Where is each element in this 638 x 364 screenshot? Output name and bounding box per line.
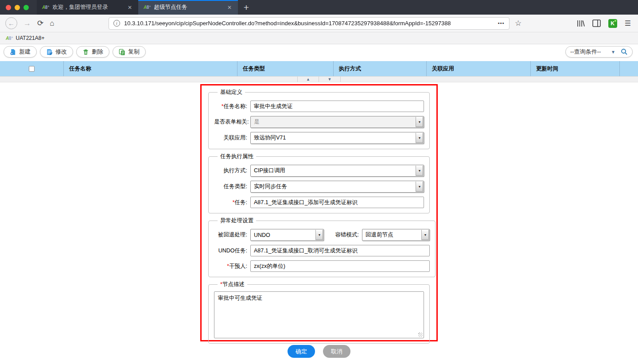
window-controls (0, 0, 37, 15)
tab-bar: A8⁺ 欢迎，集团管理员登录 ✕ A8⁺ 超级节点任务 ✕ + (0, 0, 638, 15)
task-type-label: 任务类型: (214, 183, 250, 190)
button-label: 复制 (128, 48, 140, 56)
a8-favicon: A8⁺ (6, 36, 13, 41)
panel-splitter[interactable]: ▲ ▼ (0, 76, 638, 82)
dropdown-arrow-icon[interactable]: ▼ (421, 230, 429, 240)
bookmark-item-uat221a8[interactable]: A8⁺ UAT221A8+ (6, 35, 44, 41)
nav-right-icons: K ☰ (576, 19, 634, 28)
ok-button[interactable]: 确定 (288, 345, 315, 358)
new-tab-button[interactable]: + (238, 0, 255, 15)
form-row-intervener: *干预人: (214, 260, 430, 272)
trash-icon (82, 49, 89, 55)
rollback-select[interactable]: UNDO ▼ (250, 229, 324, 241)
fieldset-exception-handling: 异常处理设置 被回退处理: UNDO ▼ 容错模式: 回退前节点 ▼ UNDO任… (208, 217, 436, 277)
related-app-select[interactable]: 致远协同V71 ▼ (250, 132, 424, 144)
column-header-filler (619, 61, 638, 76)
intervener-input[interactable] (250, 260, 430, 272)
column-header-task-name[interactable]: 任务名称 (63, 61, 237, 76)
page-toolbar: 新建 修改 删除 复制 --查询条件-- ▼ (0, 44, 638, 59)
delete-button[interactable]: 删除 (76, 46, 109, 58)
button-label: 删除 (92, 48, 103, 56)
splitter-up-button[interactable]: ▲ (297, 77, 319, 82)
cancel-button[interactable]: 取消 (323, 345, 350, 358)
button-label: 修改 (55, 48, 67, 56)
column-header-exec-mode[interactable]: 执行方式 (333, 61, 426, 76)
fieldset-execution-properties: 任务执行属性 执行方式: CIP接口调用 ▼ 任务类型: 实时同步任务 ▼ *任… (208, 153, 430, 213)
select-all-checkbox[interactable] (29, 66, 35, 72)
page-actions-icon[interactable]: ⋯ (495, 19, 505, 27)
dropdown-arrow-icon[interactable]: ▼ (416, 133, 423, 143)
sidebar-icon[interactable] (592, 19, 601, 27)
related-app-label: 关联应用: (214, 134, 250, 142)
new-button[interactable]: 新建 (4, 46, 37, 58)
navigation-bar: ← → ⟳ ⌂ i 10.3.10.171/seeyon/cip/cipSupe… (0, 15, 638, 32)
selected-value: UNDO (254, 232, 270, 238)
resize-handle-icon[interactable] (418, 333, 423, 337)
nav-buttons: ← → ⟳ ⌂ (4, 17, 109, 29)
fault-mode-select[interactable]: 回退前节点 ▼ (362, 229, 430, 241)
selected-value: 致远协同V71 (254, 134, 286, 142)
close-tab-icon[interactable]: ✕ (126, 4, 134, 12)
fieldset-legend: 基础定义 (218, 89, 245, 96)
task-name-input[interactable] (250, 101, 424, 112)
dropdown-arrow-icon[interactable]: ▼ (416, 166, 423, 176)
page-info-icon[interactable]: i (113, 20, 120, 27)
close-window-button[interactable] (6, 5, 11, 10)
selected-value: 实时同步任务 (254, 183, 287, 190)
address-bar[interactable]: i 10.3.10.171/seeyon/cip/cipSuperNodeCon… (109, 17, 510, 30)
query-condition-label: --查询条件-- (570, 48, 611, 56)
extension-icon[interactable]: K (608, 19, 617, 28)
undo-task-label: UNDO任务: (214, 247, 250, 255)
intervener-label: *干预人: (214, 263, 250, 270)
column-header-related-app[interactable]: 关联应用 (426, 61, 530, 76)
select-all-cell (0, 61, 63, 76)
bookmark-star-icon[interactable]: ☆ (515, 19, 521, 28)
url-text[interactable]: 10.3.10.171/seeyon/cip/cipSuperNodeContr… (124, 20, 495, 27)
modify-button[interactable]: 修改 (40, 46, 73, 58)
undo-task-input[interactable] (250, 245, 430, 256)
close-tab-icon[interactable]: ✕ (226, 4, 233, 12)
form-row-undo-task: UNDO任务: (214, 245, 430, 256)
column-header-task-type[interactable]: 任务类型 (237, 61, 333, 76)
form-row-task-type: 任务类型: 实时同步任务 ▼ (214, 181, 424, 193)
copy-icon (119, 49, 125, 55)
chevron-down-icon: ▼ (611, 50, 615, 54)
fieldset-basic-definition: 基础定义 *任务名称: 是否表单相关: 是 ▼ 关联应用: 致远协同V71 ▼ (208, 89, 430, 149)
tab-title: 欢迎，集团管理员登录 (53, 4, 123, 11)
menu-icon[interactable]: ☰ (625, 19, 631, 27)
form-row-exec-mode: 执行方式: CIP接口调用 ▼ (214, 165, 424, 177)
bookmark-label: UAT221A8+ (16, 35, 45, 41)
splitter-down-button[interactable]: ▼ (319, 77, 341, 82)
tab-welcome[interactable]: A8⁺ 欢迎，集团管理员登录 ✕ (37, 0, 138, 15)
dropdown-arrow-icon[interactable]: ▼ (315, 230, 323, 240)
button-label: 新建 (19, 48, 31, 56)
tab-super-node-task[interactable]: A8⁺ 超级节点任务 ✕ (138, 0, 238, 15)
exec-mode-label: 执行方式: (214, 167, 250, 174)
copy-button[interactable]: 复制 (113, 46, 146, 58)
forward-icon[interactable]: → (23, 19, 31, 28)
search-icon[interactable] (621, 48, 628, 55)
library-icon[interactable] (576, 19, 585, 27)
node-description-textarea[interactable]: 审批中可生成凭证 (214, 291, 424, 338)
selected-value: 是 (254, 118, 260, 126)
arrow-up-icon: ▲ (306, 77, 310, 81)
task-type-select[interactable]: 实时同步任务 ▼ (250, 181, 424, 193)
query-condition-select[interactable]: --查询条件-- ▼ (565, 46, 633, 58)
task-name-label: *任务名称: (214, 103, 250, 110)
task-input[interactable] (250, 197, 424, 208)
minimize-window-button[interactable] (15, 5, 20, 10)
home-icon[interactable]: ⌂ (50, 19, 54, 28)
dropdown-arrow-icon[interactable]: ▼ (416, 182, 423, 192)
back-icon[interactable]: ← (5, 17, 17, 29)
new-document-icon (10, 49, 16, 55)
reload-icon[interactable]: ⟳ (37, 19, 43, 28)
form-row-rollback: 被回退处理: UNDO ▼ 容错模式: 回退前节点 ▼ (214, 229, 430, 241)
selected-value: CIP接口调用 (254, 167, 285, 174)
form-row-form-related: 是否表单相关: 是 ▼ (214, 116, 424, 128)
form-related-label: 是否表单相关: (214, 118, 250, 126)
description-area: 审批中可生成凭证 (214, 291, 424, 338)
fieldset-legend: 任务执行属性 (218, 153, 256, 160)
column-header-update-time[interactable]: 更新时间 (530, 61, 619, 76)
exec-mode-select[interactable]: CIP接口调用 ▼ (250, 165, 424, 177)
zoom-window-button[interactable] (23, 5, 29, 10)
